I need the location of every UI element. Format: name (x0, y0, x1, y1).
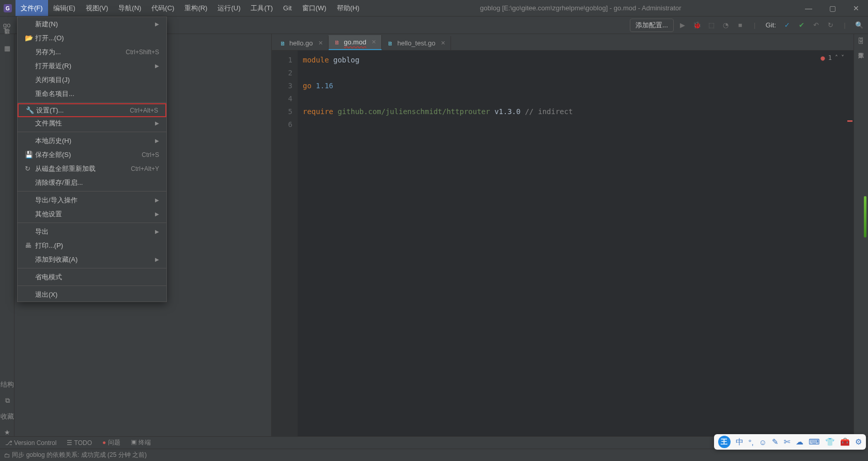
status-icon: 🗀 (4, 452, 10, 459)
prev-highlight-icon[interactable]: ˄ (835, 54, 838, 61)
menu-view[interactable]: 视图(V) (81, 0, 113, 16)
file-menu-item[interactable]: 📂打开...(O) (18, 31, 166, 45)
ime-clipboard-icon[interactable]: ✄ (784, 437, 791, 447)
file-menu-item[interactable]: 关闭项目(J) (18, 73, 166, 87)
menu-item-icon: ↻ (25, 165, 35, 172)
ime-handwrite-icon[interactable]: ✎ (772, 437, 779, 447)
editor-body[interactable]: 1 2 3 4 5 6 module goblog go 1.16 requir… (272, 51, 854, 436)
submenu-arrow-icon: ▶ (155, 120, 159, 126)
tab-hello-go[interactable]: 🗎 hello.go ✕ (274, 36, 329, 50)
menu-refactor[interactable]: 重构(R) (179, 0, 212, 16)
file-menu-item[interactable]: 省电模式 (18, 270, 166, 284)
menu-item-label: 保存全部(S) (35, 150, 142, 160)
file-menu-item[interactable]: 文件属性▶ (18, 116, 166, 130)
go-file-icon: 🗎 (387, 40, 394, 47)
tab-label: hello_test.go (397, 39, 436, 47)
file-menu-dropdown: 新建(N)▶📂打开...(O)另存为...Ctrl+Shift+S打开最近(R)… (17, 17, 167, 302)
ime-punct-icon[interactable]: °, (749, 438, 754, 447)
menu-item-shortcut: Ctrl+Shift+S (126, 49, 159, 56)
profiler-icon[interactable]: ◔ (720, 20, 732, 31)
file-menu-item[interactable]: 🔧设置(T)...Ctrl+Alt+S (18, 103, 166, 117)
tab-label: go.mod (344, 38, 366, 46)
file-menu-item[interactable]: ↻从磁盘全部重新加载Ctrl+Alt+Y (18, 162, 166, 176)
menu-git[interactable]: Git (278, 0, 297, 16)
ime-keyboard-icon[interactable]: ⌨ (809, 437, 820, 447)
git-update-icon[interactable]: ✓ (781, 20, 793, 31)
menu-code[interactable]: 代码(C) (146, 0, 179, 16)
menu-navigate[interactable]: 导航(N) (113, 0, 146, 16)
file-menu-item[interactable]: 新建(N)▶ (18, 17, 166, 31)
ime-logo-icon[interactable]: 王 (718, 436, 731, 448)
file-menu-item[interactable]: 🖶打印...(P) (18, 239, 166, 252)
file-menu-item[interactable]: 退出(X) (18, 288, 166, 301)
file-menu-item[interactable]: 重命名项目... (18, 87, 166, 101)
scroll-indicator[interactable] (864, 196, 866, 237)
code-area[interactable]: module goblog go 1.16 require github.com… (298, 51, 854, 436)
error-marker[interactable] (847, 120, 853, 122)
database-icon[interactable]: 🗄 (858, 37, 864, 45)
menu-item-label: 关闭项目(J) (35, 75, 159, 85)
git-revert-icon[interactable]: ↻ (825, 20, 836, 31)
debug-icon[interactable]: 🐞 (691, 20, 703, 31)
coverage-icon[interactable]: ⬚ (706, 20, 717, 31)
file-menu-item[interactable]: 另存为...Ctrl+Shift+S (18, 45, 166, 59)
file-menu-item[interactable]: 💾保存全部(S)Ctrl+S (18, 148, 166, 162)
title-bar: G 文件(F) 编辑(E) 视图(V) 导航(N) 代码(C) 重构(R) 运行… (0, 0, 868, 17)
file-menu-item[interactable]: 导出▶ (18, 225, 166, 239)
file-menu-item[interactable]: 导出/导入操作▶ (18, 193, 166, 207)
run-icon[interactable]: ▶ (677, 20, 688, 31)
menu-file[interactable]: 文件(F) (16, 0, 48, 16)
search-everywhere-icon[interactable]: 🔍 (854, 20, 865, 31)
menu-tools[interactable]: 工具(T) (245, 0, 278, 16)
todo-tab[interactable]: ☰ TODO (67, 439, 92, 447)
ime-emoji-icon[interactable]: ☺ (759, 438, 767, 447)
minimize-button[interactable]: ― (797, 0, 820, 16)
file-menu-item[interactable]: 清除缓存/重启... (18, 176, 166, 189)
menu-item-label: 从磁盘全部重新加载 (35, 164, 131, 173)
close-icon[interactable]: ✕ (371, 39, 376, 45)
editor-inspection-badges[interactable]: ● 1 ˄ ˅ (820, 54, 844, 62)
menu-item-label: 文件属性 (35, 119, 152, 128)
file-menu-item[interactable]: 其他设置▶ (18, 207, 166, 221)
mod-file-icon: 🗎 (334, 39, 341, 46)
menu-item-label: 另存为... (35, 47, 126, 57)
menu-help[interactable]: 帮助(H) (332, 0, 365, 16)
project-icon[interactable]: ▦ (4, 44, 10, 52)
git-history-icon[interactable]: ↶ (810, 20, 822, 31)
terminal-tab[interactable]: ▣ 终端 (131, 438, 151, 447)
close-icon[interactable]: ✕ (441, 40, 445, 46)
git-commit-icon[interactable]: ✔ (796, 20, 807, 31)
structure-icon[interactable]: ⧉ (5, 396, 10, 405)
maximize-button[interactable]: ▢ (820, 0, 844, 16)
ime-lang-button[interactable]: 中 (736, 437, 743, 447)
add-configuration-button[interactable]: 添加配置... (630, 19, 674, 32)
menu-item-label: 打开...(O) (35, 34, 159, 43)
next-highlight-icon[interactable]: ˅ (841, 54, 844, 61)
stop-icon[interactable]: ■ (735, 20, 746, 31)
star-icon[interactable]: ★ (4, 428, 10, 436)
favorites-tool-tab[interactable]: 收藏 (1, 412, 14, 421)
structure-tool-tab[interactable]: 结构 (1, 380, 14, 389)
ime-settings-icon[interactable]: ⚙ (855, 437, 862, 447)
problems-tab[interactable]: ● 问题 (102, 438, 120, 447)
menu-window[interactable]: 窗口(W) (297, 0, 332, 16)
svg-text:G: G (6, 6, 10, 11)
file-menu-item[interactable]: 打开最近(R)▶ (18, 59, 166, 73)
menu-item-label: 省电模式 (35, 273, 159, 282)
close-icon[interactable]: ✕ (318, 40, 323, 46)
close-button[interactable]: ✕ (844, 0, 868, 16)
ime-toolbar[interactable]: 王 中 °, ☺ ✎ ✄ ☁ ⌨ 👕 🧰 ⚙ (714, 434, 866, 450)
menu-edit[interactable]: 编辑(E) (48, 0, 81, 16)
tab-go-mod[interactable]: 🗎 go.mod ✕ (329, 35, 382, 50)
ime-toolbox-icon[interactable]: 🧰 (840, 437, 850, 447)
menu-item-label: 打印...(P) (35, 241, 159, 250)
version-control-tab[interactable]: ⎇ Version Control (5, 439, 56, 447)
menu-item-shortcut: Ctrl+Alt+S (130, 107, 158, 114)
ime-cloud-icon[interactable]: ☁ (796, 437, 803, 447)
submenu-arrow-icon: ▶ (155, 229, 159, 234)
ime-skin-icon[interactable]: 👕 (825, 437, 835, 447)
menu-run[interactable]: 运行(U) (212, 0, 245, 16)
file-menu-item[interactable]: 添加到收藏(A)▶ (18, 252, 166, 266)
tab-hello-test-go[interactable]: 🗎 hello_test.go ✕ (382, 36, 451, 50)
file-menu-item[interactable]: 本地历史(H)▶ (18, 134, 166, 148)
